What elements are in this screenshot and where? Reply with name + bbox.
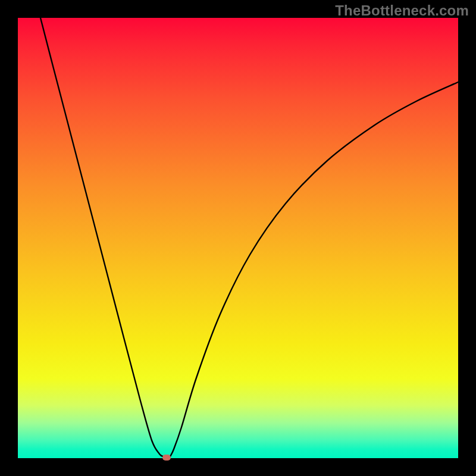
curve-path xyxy=(40,18,458,458)
chart-frame: TheBottleneck.com xyxy=(0,0,476,476)
minimum-marker xyxy=(162,455,171,461)
plot-area xyxy=(18,18,458,458)
attribution-label: TheBottleneck.com xyxy=(335,2,469,19)
bottleneck-curve xyxy=(18,18,458,458)
